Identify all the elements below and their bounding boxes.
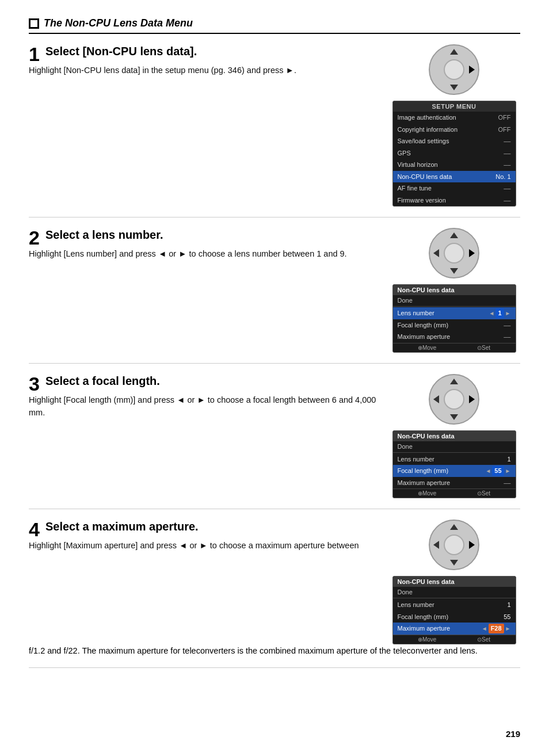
screen-row-img-auth: Image authentication OFF	[393, 112, 516, 124]
screen-aperture-4: Maximum aperture ◄ F28 ►	[393, 623, 516, 635]
step-3-screen: Non-CPU lens data Done Lens number 1 Foc…	[392, 430, 516, 499]
step-4-number: 4	[29, 520, 40, 539]
step-2-left: 2 Select a lens number. Highlight [Lens …	[29, 228, 388, 353]
screen-row-save-load: Save/load settings ––	[393, 135, 516, 147]
step-1-number: 1	[29, 44, 40, 64]
screen-row-gps: GPS ––	[393, 147, 516, 159]
step-2-dpad	[429, 228, 479, 278]
screen-focal-2: Focal length (mm) ––	[393, 319, 516, 331]
screen-row-firmware: Firmware version ––	[393, 194, 516, 207]
step-3-left: 3 Select a focal length. Highlight [Foca…	[29, 374, 388, 499]
dpad-right-4	[469, 541, 475, 549]
dpad-up-4	[450, 524, 458, 530]
step-4-left: 4 Select a maximum aperture. Highlight […	[29, 520, 388, 644]
dpad-outer	[429, 44, 479, 95]
step-4-body: Highlight [Maximum aperture] and press ◄…	[29, 539, 376, 552]
step-4-heading: Select a maximum aperture.	[29, 520, 376, 533]
step-2-body: Highlight [Lens number] and press ◄ or ►…	[29, 247, 376, 260]
step-3-heading: Select a focal length.	[29, 374, 376, 388]
screen-lens-number-4: Lens number 1	[393, 599, 516, 611]
step-4-main: 4 Select a maximum aperture. Highlight […	[29, 520, 520, 644]
dpad-down-2	[450, 268, 458, 274]
dpad-right-2	[469, 249, 475, 257]
screen-aperture-2: Maximum aperture ––	[393, 331, 516, 343]
dpad-center-3	[444, 389, 464, 410]
step-4: 4 Select a maximum aperture. Highlight […	[29, 509, 520, 668]
dpad-down-4	[450, 560, 458, 566]
dpad-outer-2	[429, 228, 479, 278]
dpad-center-2	[444, 243, 464, 264]
screen-aperture-3: Maximum aperture ––	[393, 477, 516, 489]
dpad-down-arrow	[450, 85, 458, 90]
page: The Non-CPU Lens Data Menu 1 Select [Non…	[0, 0, 549, 756]
step-2-right: Non-CPU lens data Done Lens number ◄ 1 ►…	[388, 228, 520, 353]
step-4-dpad	[429, 520, 479, 570]
screen-row-noncpu: Non-CPU lens data No. 1	[393, 171, 516, 183]
step-3-dpad	[429, 374, 479, 425]
step-1-heading-container: 1 Select [Non-CPU lens data].	[29, 44, 376, 64]
step-1-left: 1 Select [Non-CPU lens data]. Highlight …	[29, 44, 388, 207]
dpad-left-3	[433, 395, 439, 403]
screen-lens-number-2: Lens number ◄ 1 ►	[393, 307, 516, 319]
step-2-heading-container: 2 Select a lens number.	[29, 228, 376, 247]
dpad-center-4	[444, 534, 464, 555]
step-1-body: Highlight [Non-CPU lens data] in the set…	[29, 64, 376, 77]
screen-done-2: Done	[393, 295, 516, 306]
page-title: The Non-CPU Lens Data Menu	[44, 17, 193, 29]
step-3-number: 3	[29, 374, 40, 394]
dpad-left-2	[433, 249, 439, 257]
screen-row-copyright: Copyright information OFF	[393, 124, 516, 136]
screen-done-3: Done	[393, 441, 516, 452]
step-1-right: SETUP MENU Image authentication OFF Copy…	[388, 44, 520, 207]
dpad-up-arrow	[450, 49, 458, 55]
dpad-right-arrow-active	[469, 66, 475, 74]
screen-row-virtual-horizon: Virtual horizon ––	[393, 159, 516, 171]
noncpu-title-2: Non-CPU lens data	[393, 285, 516, 295]
step-3-heading-container: 3 Select a focal length.	[29, 374, 376, 394]
svg-rect-0	[30, 20, 37, 27]
sep-3a	[393, 452, 516, 453]
noncpu-title-4: Non-CPU lens data	[393, 576, 516, 587]
noncpu-title-3: Non-CPU lens data	[393, 431, 516, 441]
step-1-screen: SETUP MENU Image authentication OFF Copy…	[392, 101, 516, 207]
screen-row-af-fine: AF fine tune ––	[393, 182, 516, 194]
step-3-body: Highlight [Focal length (mm)] and press …	[29, 394, 376, 419]
dpad-outer-3	[429, 374, 479, 425]
screen-footer-3: ⊕Move ⊙Set	[393, 488, 516, 498]
dpad-up-3	[450, 379, 458, 384]
screen-lens-number-3: Lens number 1	[393, 453, 516, 465]
step-4-right: Non-CPU lens data Done Lens number 1 Foc…	[388, 520, 520, 644]
step-3-right: Non-CPU lens data Done Lens number 1 Foc…	[388, 374, 520, 499]
step-2-screen: Non-CPU lens data Done Lens number ◄ 1 ►…	[392, 284, 516, 353]
step-4-screen: Non-CPU lens data Done Lens number 1 Foc…	[392, 576, 516, 644]
setup-menu-title: SETUP MENU	[393, 101, 516, 112]
step-3: 3 Select a focal length. Highlight [Foca…	[29, 364, 520, 510]
step-4-heading-container: 4 Select a maximum aperture.	[29, 520, 376, 539]
step-2-heading: Select a lens number.	[29, 228, 376, 242]
step-2-number: 2	[29, 228, 40, 247]
screen-footer-4: ⊕Move ⊙Set	[393, 635, 516, 644]
dpad-up-2	[450, 232, 458, 238]
step-4-body-full: f/1.2 and f/22. The maximum aperture for…	[29, 644, 520, 657]
dpad-left-4	[433, 541, 439, 549]
dpad-outer-4	[429, 520, 479, 570]
screen-footer-2: ⊕Move ⊙Set	[393, 343, 516, 352]
page-header: The Non-CPU Lens Data Menu	[29, 17, 520, 34]
dpad-right-3	[469, 395, 475, 403]
step-1-dpad	[429, 44, 479, 95]
page-number: 219	[506, 729, 520, 739]
section-icon	[29, 18, 39, 29]
step-1-heading: Select [Non-CPU lens data].	[29, 44, 376, 58]
dpad-down-3	[450, 414, 458, 420]
screen-done-4: Done	[393, 587, 516, 597]
screen-focal-3: Focal length (mm) ◄ 55 ►	[393, 465, 516, 477]
dpad-center	[444, 59, 464, 80]
step-2: 2 Select a lens number. Highlight [Lens …	[29, 217, 520, 364]
screen-focal-4: Focal length (mm) 55	[393, 611, 516, 623]
sep-4a	[393, 598, 516, 598]
sep-2a	[393, 306, 516, 307]
step-1: 1 Select [Non-CPU lens data]. Highlight …	[29, 34, 520, 217]
